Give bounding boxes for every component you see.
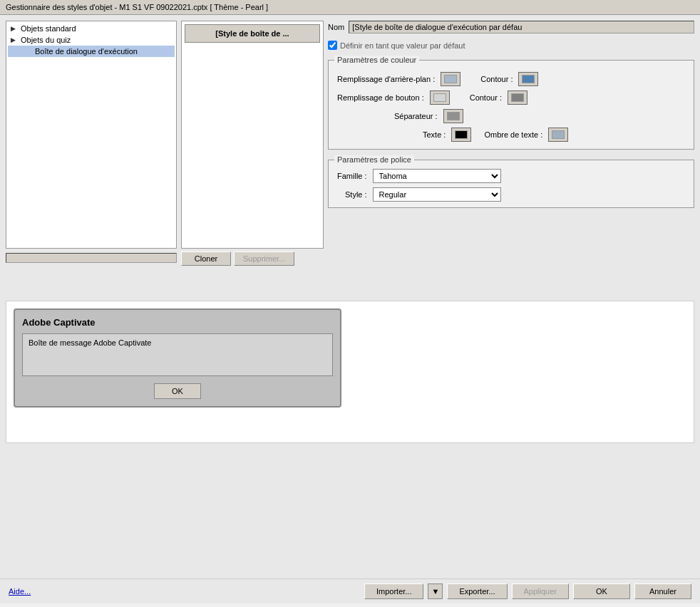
style-list[interactable]: [Style de boîte de ... <box>181 21 324 249</box>
preview-dialog-title: Adobe Captivate <box>22 317 333 328</box>
name-row: Nom <box>328 21 694 33</box>
aide-button[interactable]: Aide... <box>9 587 31 596</box>
bg-fill-swatch <box>444 75 457 83</box>
export-dropdown-button[interactable]: ▼ <box>428 583 443 599</box>
ok-button[interactable]: OK <box>573 583 630 599</box>
clone-button[interactable]: Cloner <box>181 251 231 266</box>
bg-fill-label: Remplissage d'arrière-plan : <box>337 75 435 83</box>
border1-label: Contour : <box>480 75 513 83</box>
name-input[interactable] <box>349 21 694 33</box>
exporter-button[interactable]: Exporter... <box>447 583 507 599</box>
family-label: Famille : <box>337 172 367 180</box>
border2-color-btn[interactable] <box>508 90 527 105</box>
preview-wrapper: Adobe Captivate Boîte de message Adobe C… <box>6 301 694 443</box>
name-label: Nom <box>328 23 344 31</box>
color-params-title: Paramètres de couleur <box>334 56 419 64</box>
title-bar: Gestionnaire des styles d'objet - M1 S1 … <box>0 0 700 15</box>
delete-button[interactable]: Supprimer... <box>234 251 294 266</box>
separator-label: Séparateur : <box>394 112 438 120</box>
style-item[interactable]: [Style de boîte de ... <box>185 24 320 43</box>
border1-swatch <box>522 75 535 83</box>
border2-swatch <box>511 93 524 102</box>
family-select[interactable]: Tahoma <box>373 169 501 183</box>
preview-message-area: Boîte de message Adobe Captivate <box>22 333 333 376</box>
importer-button[interactable]: Importer... <box>364 583 424 599</box>
font-grid: Famille : Tahoma Style : Regular Bold It… <box>337 166 685 202</box>
tree-label-standard: Objets standard <box>21 24 76 33</box>
tree-arrow-standard: ▶ <box>11 25 18 32</box>
tree-item-dialog[interactable]: Boîte de dialogue d'exécution <box>8 46 175 57</box>
text-color-btn[interactable] <box>451 128 471 142</box>
appliquer-button[interactable]: Appliquer <box>512 583 569 599</box>
text-label: Texte : <box>423 130 446 139</box>
left-panel: ▶ Objets standard ▶ Objets du quiz Boîte… <box>6 21 177 295</box>
title-text: Gestionnaire des styles d'objet - M1 S1 … <box>6 3 268 11</box>
separator-swatch <box>447 112 460 120</box>
checkbox-label: Définir en tant que valeur par défaut <box>340 41 465 50</box>
bg-fill-color-btn[interactable] <box>441 72 460 86</box>
bottom-bar: Aide... Importer... ▼ Exporter... Appliq… <box>0 579 700 603</box>
btn-fill-color-btn[interactable] <box>430 90 450 105</box>
horizontal-scrollbar[interactable] <box>6 253 177 263</box>
separator-color-btn[interactable] <box>443 109 463 123</box>
color-params-group: Paramètres de couleur Remplissage d'arri… <box>328 60 694 150</box>
preview-message-text: Boîte de message Adobe Captivate <box>29 338 151 347</box>
tree-container[interactable]: ▶ Objets standard ▶ Objets du quiz Boîte… <box>6 21 177 249</box>
btn-fill-label: Remplissage de bouton : <box>337 93 424 102</box>
checkbox-row: Définir en tant que valeur par défaut <box>328 41 694 50</box>
style-select[interactable]: Regular Bold Italic Bold Italic <box>373 187 501 202</box>
tree-label-dialog: Boîte de dialogue d'exécution <box>35 47 138 56</box>
style-buttons-row: Cloner Supprimer... <box>181 251 324 266</box>
text-shadow-swatch <box>552 130 565 139</box>
middle-panel: [Style de boîte de ... Cloner Supprimer.… <box>181 21 324 295</box>
tree-arrow-quiz: ▶ <box>11 36 18 43</box>
tree-item-standard[interactable]: ▶ Objets standard <box>8 23 175 34</box>
text-shadow-label: Ombre de texte : <box>484 130 542 139</box>
text-shadow-color-btn[interactable] <box>548 128 568 142</box>
text-swatch <box>455 130 468 139</box>
preview-ok-button[interactable]: OK <box>154 383 201 399</box>
border2-label: Contour : <box>470 93 502 102</box>
right-panel: Nom Définir en tant que valeur par défau… <box>328 21 694 295</box>
btn-fill-swatch <box>433 93 446 102</box>
border1-color-btn[interactable] <box>518 72 538 86</box>
default-checkbox[interactable] <box>328 41 337 50</box>
style-label: Style : <box>337 190 367 199</box>
tree-item-quiz[interactable]: ▶ Objets du quiz <box>8 34 175 46</box>
annuler-button[interactable]: Annuler <box>634 583 691 599</box>
tree-label-quiz: Objets du quiz <box>21 36 71 44</box>
preview-section: Adobe Captivate Boîte de message Adobe C… <box>0 301 700 579</box>
font-params-group: Paramètres de police Famille : Tahoma St… <box>328 160 694 208</box>
preview-box: Adobe Captivate Boîte de message Adobe C… <box>14 308 341 408</box>
font-params-title: Paramètres de police <box>334 155 414 164</box>
